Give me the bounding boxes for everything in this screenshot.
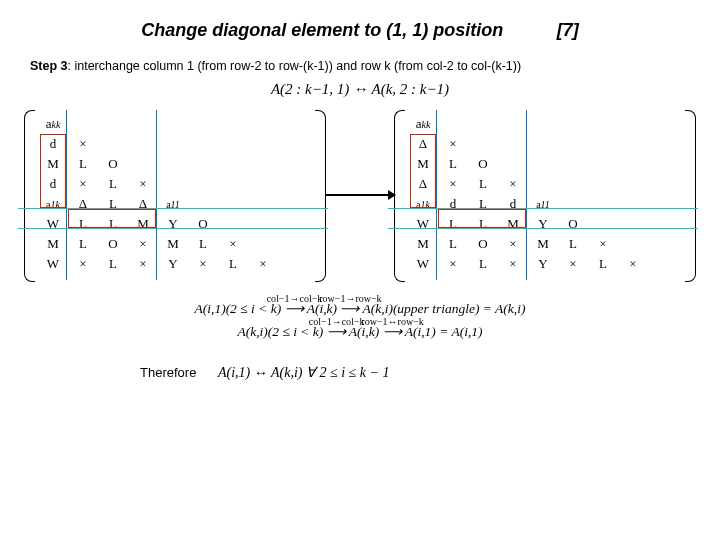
- col1-box: [40, 134, 66, 208]
- hline-2r: [388, 228, 698, 229]
- vline-1: [66, 110, 67, 280]
- hline-1: [18, 208, 328, 209]
- rowk-box: [68, 209, 156, 228]
- therefore-line: Therefore A(i,1) ↔ A(k,i) ∀ 2 ≤ i ≤ k − …: [140, 364, 690, 381]
- step-text: : interchange column 1 (from row-2 to ro…: [68, 59, 522, 73]
- hline-1r: [388, 208, 698, 209]
- vline-2: [156, 110, 157, 280]
- reference-marker: [7]: [557, 20, 579, 41]
- eq-top: A(2 : k−1, 1) ↔ A(k, 2 : k−1): [30, 81, 690, 98]
- eq-derivation: A(i,1)(2 ≤ i < k) ⟶col−1→col−k A(i,k) ⟶r…: [30, 298, 690, 344]
- page-title: Change diagonal element to (1, 1) positi…: [141, 20, 503, 41]
- arrow-icon: [325, 194, 395, 196]
- therefore-label: Therefore: [140, 365, 196, 380]
- col1-box-r: [410, 134, 436, 208]
- vline-2r: [526, 110, 527, 280]
- left-matrix: akk d× MLO d×L× a1kΔLΔa11 WLLMYO MLO×ML×…: [30, 110, 320, 280]
- hline-2: [18, 228, 328, 229]
- matrix-row: akk d× MLO d×L× a1kΔLΔa11 WLLMYO MLO×ML×…: [30, 110, 690, 280]
- rowk-box-r: [438, 209, 526, 228]
- step-label: Step 3: [30, 59, 68, 73]
- therefore-eq: A(i,1) ↔ A(k,i) ∀ 2 ≤ i ≤ k − 1: [218, 365, 389, 380]
- vline-1r: [436, 110, 437, 280]
- step-heading: Step 3: interchange column 1 (from row-2…: [30, 59, 690, 73]
- right-matrix: akk Δ× MLO Δ×L× a1kdLda11 WLLMYO MLO×ML×…: [400, 110, 690, 280]
